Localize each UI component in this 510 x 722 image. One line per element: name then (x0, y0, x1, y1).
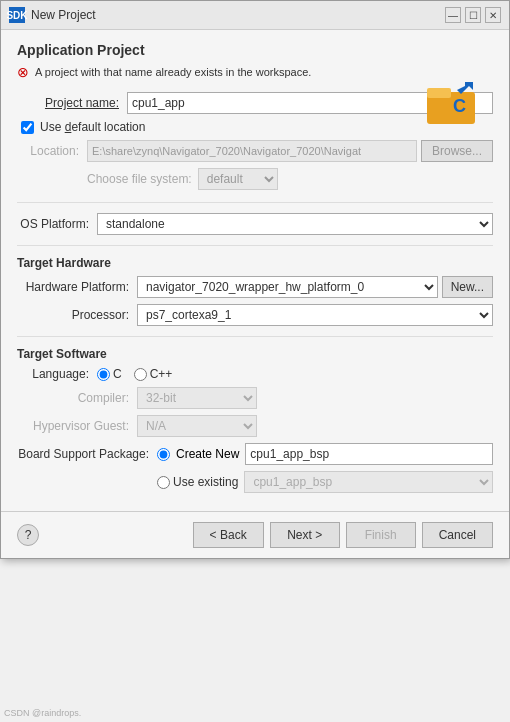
language-c-label: C (113, 367, 122, 381)
error-row: ⊗ A project with that name already exist… (17, 64, 493, 80)
location-row: Location: Browse... (17, 140, 493, 162)
footer-buttons: < Back Next > Finish Cancel (193, 522, 493, 548)
minimize-button[interactable]: — (445, 7, 461, 23)
window-title: New Project (31, 8, 96, 22)
target-software-title: Target Software (17, 347, 493, 361)
default-location-row: Use default location (17, 120, 493, 134)
processor-row: Processor: ps7_cortexa9_1 (17, 304, 493, 326)
back-button[interactable]: < Back (193, 522, 264, 548)
title-bar-left: SDK New Project (9, 7, 96, 23)
hw-platform-label: Hardware Platform: (17, 280, 137, 294)
bsp-use-label: Use existing (173, 475, 238, 489)
hw-platform-row: Hardware Platform: navigator_7020_wrappe… (17, 276, 493, 298)
location-input (87, 140, 417, 162)
svg-text:C: C (453, 96, 466, 116)
window-controls: — ☐ ✕ (445, 7, 501, 23)
bsp-create-row: Board Support Package: Create New (17, 443, 493, 465)
bsp-use-row: Use existing cpu1_app_bsp (17, 471, 493, 493)
compiler-select: 32-bit (137, 387, 257, 409)
language-cpp-label: C++ (150, 367, 173, 381)
language-radio-group: C C++ (97, 367, 172, 381)
language-c-option[interactable]: C (97, 367, 122, 381)
watermark: CSDN @raindrops. (4, 708, 81, 718)
location-label: Location: (17, 144, 87, 158)
separator-1 (17, 202, 493, 203)
dialog-content: Application Project ⊗ A project with tha… (1, 30, 509, 511)
hypervisor-label: Hypervisor Guest: (17, 419, 137, 433)
folder-icon: C (423, 74, 479, 130)
separator-3 (17, 336, 493, 337)
bsp-create-radio[interactable] (157, 448, 170, 461)
filesystem-row: Choose file system: default (17, 168, 493, 190)
sdk-icon: SDK (9, 7, 25, 23)
bsp-name-input[interactable] (245, 443, 493, 465)
footer-left: ? (17, 524, 39, 546)
bsp-label: Board Support Package: (17, 447, 157, 461)
project-name-row: Project name: (17, 92, 493, 114)
filesystem-label: Choose file system: (87, 172, 192, 186)
bsp-create-radio-group: Create New (157, 447, 239, 461)
compiler-label: Compiler: (17, 391, 137, 405)
hypervisor-select: N/A (137, 415, 257, 437)
language-cpp-option[interactable]: C++ (134, 367, 173, 381)
language-label: Language: (17, 367, 97, 381)
error-message: A project with that name already exists … (35, 66, 311, 78)
bsp-create-label: Create New (176, 447, 239, 461)
title-bar: SDK New Project — ☐ ✕ (1, 1, 509, 30)
folder-icon-area: C (423, 74, 479, 133)
language-row: Language: C C++ (17, 367, 493, 381)
default-location-label: Use default location (40, 120, 145, 134)
language-c-radio[interactable] (97, 368, 110, 381)
dialog-footer: ? < Back Next > Finish Cancel (1, 511, 509, 558)
default-location-checkbox[interactable] (21, 121, 34, 134)
close-button[interactable]: ✕ (485, 7, 501, 23)
filesystem-select: default (198, 168, 278, 190)
os-platform-row: OS Platform: standalone linux freertos (17, 213, 493, 235)
separator-2 (17, 245, 493, 246)
header-area: Application Project ⊗ A project with tha… (17, 42, 493, 80)
processor-label: Processor: (17, 308, 137, 322)
main-window: SDK New Project — ☐ ✕ Application Projec… (0, 0, 510, 559)
section-title: Application Project (17, 42, 493, 58)
help-button[interactable]: ? (17, 524, 39, 546)
target-hardware-title: Target Hardware (17, 256, 493, 270)
hypervisor-row: Hypervisor Guest: N/A (17, 415, 493, 437)
language-cpp-radio[interactable] (134, 368, 147, 381)
new-hw-platform-button[interactable]: New... (442, 276, 493, 298)
os-platform-label: OS Platform: (17, 217, 97, 231)
svg-rect-1 (427, 88, 451, 98)
bsp-use-select: cpu1_app_bsp (244, 471, 493, 493)
bsp-use-radio[interactable] (157, 476, 170, 489)
os-platform-select[interactable]: standalone linux freertos (97, 213, 493, 235)
error-icon: ⊗ (17, 64, 29, 80)
maximize-button[interactable]: ☐ (465, 7, 481, 23)
next-button[interactable]: Next > (270, 522, 340, 548)
project-name-label: Project name: (17, 96, 127, 110)
cancel-button[interactable]: Cancel (422, 522, 493, 548)
processor-select[interactable]: ps7_cortexa9_1 (137, 304, 493, 326)
browse-button[interactable]: Browse... (421, 140, 493, 162)
finish-button[interactable]: Finish (346, 522, 416, 548)
compiler-row: Compiler: 32-bit (17, 387, 493, 409)
hw-platform-select[interactable]: navigator_7020_wrapper_hw_platform_0 (137, 276, 438, 298)
